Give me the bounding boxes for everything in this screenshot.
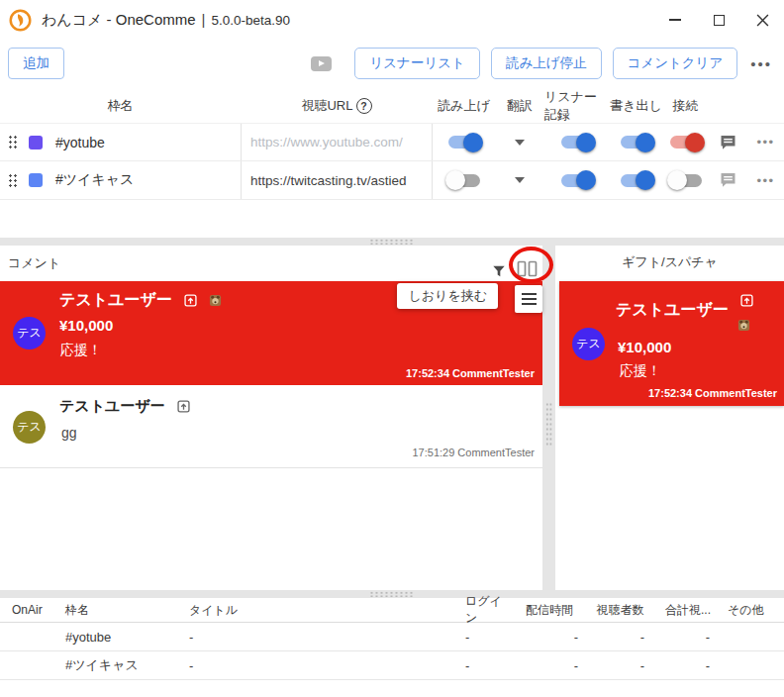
stream-time-cell: - bbox=[512, 630, 587, 645]
speech-toggle[interactable] bbox=[448, 136, 480, 149]
close-icon bbox=[756, 14, 769, 27]
onecomme-window: わんコメ - OneComme|5.0.0-beta.90 追加 リスナーリスト… bbox=[0, 0, 784, 697]
comment-menu-button[interactable] bbox=[515, 285, 542, 313]
total-viewers-cell: - bbox=[653, 658, 718, 673]
col-name: 枠名 bbox=[0, 97, 241, 115]
listener-record-toggle[interactable] bbox=[561, 136, 593, 149]
maximize-icon bbox=[714, 15, 725, 26]
maximize-button[interactable] bbox=[697, 0, 740, 40]
translate-dropdown-icon[interactable] bbox=[515, 177, 525, 183]
commenter-name: テストユーザー bbox=[59, 397, 165, 416]
login-cell: - bbox=[455, 630, 512, 645]
close-button[interactable] bbox=[740, 0, 784, 40]
popup-icon[interactable] bbox=[739, 293, 754, 308]
frame-name: #ツイキャス bbox=[55, 171, 134, 189]
drag-handle-icon[interactable] bbox=[8, 173, 18, 188]
bookmark-tooltip: しおりを挟む bbox=[397, 283, 498, 309]
listener-record-toggle[interactable] bbox=[561, 174, 593, 187]
youtube-icon bbox=[311, 56, 332, 71]
help-icon[interactable]: ? bbox=[356, 98, 372, 114]
panel-resizer-horizontal[interactable] bbox=[0, 238, 784, 246]
panel-resizer-vertical[interactable] bbox=[542, 246, 555, 590]
avatar: テス bbox=[572, 328, 605, 360]
comment-message: gg bbox=[61, 425, 77, 441]
comment-bubble-icon[interactable] bbox=[720, 172, 736, 188]
speech-toggle[interactable] bbox=[448, 174, 480, 187]
gift-message: 応援！ bbox=[620, 362, 661, 380]
frame-name: #yotube bbox=[55, 135, 105, 150]
member-badge-icon bbox=[209, 294, 222, 307]
comment-item[interactable]: テス テストユーザー gg 17:51:29 CommentTester bbox=[0, 385, 542, 468]
toolbar-more-button[interactable]: ••• bbox=[748, 55, 774, 72]
resizer-grip-icon bbox=[545, 402, 552, 448]
row-more-button[interactable]: ••• bbox=[756, 135, 774, 149]
frame-name-cell: #yotube bbox=[57, 630, 183, 645]
watch-url-input[interactable] bbox=[250, 173, 423, 188]
gift-meta: 17:52:34 CommentTester bbox=[648, 387, 777, 399]
popup-icon[interactable] bbox=[176, 399, 191, 414]
connection-table: #yotube ••• #ツイキャス bbox=[0, 123, 784, 200]
gift-panel: ギフト/スパチャ テス テストユーザー ¥10,000 応援！ 17:52:34… bbox=[555, 246, 784, 590]
col-export: 書き出し bbox=[609, 97, 663, 115]
minimize-button[interactable] bbox=[653, 0, 697, 40]
title-bar: わんコメ - OneComme|5.0.0-beta.90 bbox=[0, 0, 784, 40]
export-toggle[interactable] bbox=[621, 174, 652, 187]
col-speech: 読み上げ bbox=[433, 97, 495, 115]
superchat-comment[interactable]: テス テストユーザー ¥10,000 応援！ 17:52:34 CommentT… bbox=[0, 281, 542, 385]
col-record: リスナー記録 bbox=[544, 88, 609, 124]
total-viewers-cell: - bbox=[653, 630, 718, 645]
minimize-icon bbox=[669, 19, 681, 21]
comment-panel: コメント テス テストユーザー bbox=[0, 246, 542, 590]
drag-handle-icon[interactable] bbox=[8, 135, 18, 149]
listener-list-button[interactable]: リスナーリスト bbox=[354, 48, 479, 79]
stream-time-cell: - bbox=[512, 658, 587, 673]
member-badge-icon bbox=[737, 319, 750, 332]
status-table-header: OnAir 枠名 タイトル ログイン 配信時間 視聴者数 合計視... その他 bbox=[0, 598, 784, 623]
frame-color-swatch[interactable] bbox=[29, 136, 43, 149]
add-button[interactable]: 追加 bbox=[8, 48, 64, 79]
export-toggle[interactable] bbox=[621, 136, 652, 149]
window-title: わんコメ - OneComme|5.0.0-beta.90 bbox=[42, 11, 290, 30]
avatar: テス bbox=[13, 317, 46, 349]
comment-meta: 17:52:34 CommentTester bbox=[406, 367, 535, 379]
resizer-grip-icon bbox=[369, 239, 415, 245]
viewers-cell: - bbox=[587, 630, 653, 645]
comment-meta: 17:51:29 CommentTester bbox=[412, 447, 535, 458]
connection-row-twitcasting: #ツイキャス ••• bbox=[0, 161, 784, 200]
col-connect: 接続 bbox=[663, 97, 708, 115]
gifter-name: テストユーザー bbox=[616, 300, 729, 321]
viewers-cell: - bbox=[587, 658, 653, 673]
connection-row-yotube: #yotube ••• bbox=[0, 123, 784, 161]
gift-panel-title: ギフト/スパチャ bbox=[622, 254, 718, 269]
superchat-amount: ¥10,000 bbox=[59, 317, 113, 334]
comment-panel-title: コメント bbox=[8, 255, 60, 270]
resizer-grip-icon bbox=[369, 591, 415, 597]
connection-table-header: 枠名 視聴URL ? 読み上げ 翻訳 リスナー記録 書き出し 接続 bbox=[0, 91, 784, 121]
popup-icon[interactable] bbox=[183, 293, 198, 308]
connect-toggle[interactable] bbox=[670, 136, 702, 149]
status-row-twitcasting: #ツイキャス - - - - - bbox=[0, 651, 784, 680]
onecomme-logo-icon bbox=[9, 9, 32, 32]
gift-card[interactable]: テス テストユーザー ¥10,000 応援！ 17:52:34 CommentT… bbox=[559, 281, 784, 406]
commenter-name: テストユーザー bbox=[59, 290, 172, 311]
clear-comments-button[interactable]: コメントクリア bbox=[613, 48, 738, 79]
frame-name-cell: #ツイキャス bbox=[57, 656, 183, 674]
comment-bubble-icon[interactable] bbox=[720, 135, 736, 150]
watch-url-input[interactable] bbox=[250, 135, 423, 149]
toolbar: 追加 リスナーリスト 読み上げ停止 コメントクリア ••• bbox=[0, 40, 784, 85]
title-cell: - bbox=[183, 658, 455, 673]
status-table: OnAir 枠名 タイトル ログイン 配信時間 視聴者数 合計視... その他 … bbox=[0, 598, 784, 680]
login-cell: - bbox=[455, 658, 512, 673]
status-row-yotube: #yotube - - - - - bbox=[0, 623, 784, 651]
translate-dropdown-icon[interactable] bbox=[515, 140, 525, 146]
panel-resizer-horizontal[interactable] bbox=[0, 590, 784, 598]
frame-color-swatch[interactable] bbox=[29, 173, 43, 187]
row-more-button[interactable]: ••• bbox=[756, 173, 774, 188]
col-url: 視聴URL ? bbox=[241, 97, 433, 115]
avatar: テス bbox=[13, 411, 46, 444]
stop-speech-button[interactable]: 読み上げ停止 bbox=[491, 48, 602, 79]
gift-amount: ¥10,000 bbox=[618, 339, 671, 355]
connect-toggle[interactable] bbox=[670, 174, 702, 187]
title-cell: - bbox=[183, 630, 455, 645]
col-translate: 翻訳 bbox=[495, 97, 544, 115]
